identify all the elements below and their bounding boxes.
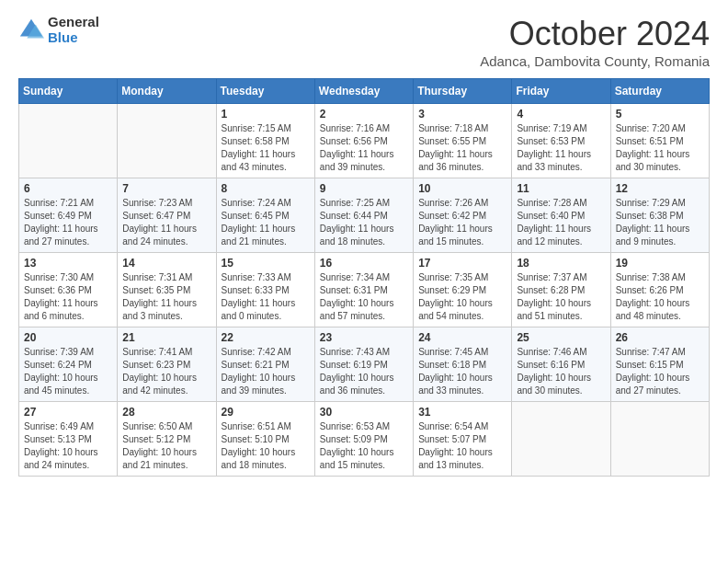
calendar-cell: 9Sunrise: 7:25 AMSunset: 6:44 PMDaylight… — [314, 178, 413, 253]
calendar-cell — [512, 402, 610, 477]
calendar-cell: 26Sunrise: 7:47 AMSunset: 6:15 PMDayligh… — [610, 327, 709, 402]
day-number: 11 — [517, 182, 605, 195]
day-number: 31 — [418, 406, 506, 419]
cell-info: Sunrise: 6:49 AMSunset: 5:13 PMDaylight:… — [24, 420, 112, 472]
col-header-thursday: Thursday — [414, 79, 512, 104]
calendar-cell: 23Sunrise: 7:43 AMSunset: 6:19 PMDayligh… — [314, 327, 413, 402]
cell-info: Sunrise: 7:39 AMSunset: 6:24 PMDaylight:… — [24, 346, 112, 397]
day-number: 3 — [418, 108, 506, 121]
calendar-table: SundayMondayTuesdayWednesdayThursdayFrid… — [18, 78, 710, 477]
day-number: 17 — [418, 257, 506, 270]
calendar-cell: 18Sunrise: 7:37 AMSunset: 6:28 PMDayligh… — [512, 253, 610, 327]
day-number: 5 — [616, 108, 704, 121]
day-number: 16 — [320, 257, 408, 270]
day-number: 24 — [418, 331, 506, 344]
header-row: SundayMondayTuesdayWednesdayThursdayFrid… — [19, 79, 710, 104]
logo-general: General — [48, 15, 99, 30]
cell-info: Sunrise: 7:21 AMSunset: 6:49 PMDaylight:… — [24, 197, 112, 248]
day-number: 2 — [320, 108, 408, 121]
day-number: 20 — [24, 331, 112, 344]
day-number: 19 — [616, 257, 704, 270]
cell-info: Sunrise: 7:28 AMSunset: 6:40 PMDaylight:… — [517, 197, 605, 248]
cell-info: Sunrise: 7:25 AMSunset: 6:44 PMDaylight:… — [320, 197, 408, 248]
calendar-cell: 7Sunrise: 7:23 AMSunset: 6:47 PMDaylight… — [118, 178, 216, 253]
cell-info: Sunrise: 7:33 AMSunset: 6:33 PMDaylight:… — [222, 271, 310, 323]
day-number: 28 — [122, 406, 210, 419]
cell-info: Sunrise: 7:20 AMSunset: 6:51 PMDaylight:… — [616, 122, 704, 174]
calendar-cell: 19Sunrise: 7:38 AMSunset: 6:26 PMDayligh… — [610, 253, 709, 327]
cell-info: Sunrise: 7:46 AMSunset: 6:16 PMDaylight:… — [517, 346, 605, 397]
col-header-tuesday: Tuesday — [216, 79, 314, 104]
day-number: 14 — [122, 257, 210, 270]
page-header: General Blue October 2024 Adanca, Dambov… — [18, 15, 710, 69]
day-number: 15 — [222, 257, 310, 270]
day-number: 8 — [222, 182, 310, 195]
calendar-cell — [19, 104, 118, 178]
day-number: 30 — [320, 406, 408, 419]
day-number: 25 — [517, 331, 605, 344]
logo-text: General Blue — [48, 15, 99, 45]
calendar-cell: 20Sunrise: 7:39 AMSunset: 6:24 PMDayligh… — [19, 327, 118, 402]
week-row-5: 27Sunrise: 6:49 AMSunset: 5:13 PMDayligh… — [19, 402, 710, 477]
day-number: 26 — [616, 331, 704, 344]
day-number: 1 — [222, 108, 310, 121]
cell-info: Sunrise: 7:29 AMSunset: 6:38 PMDaylight:… — [616, 197, 704, 248]
cell-info: Sunrise: 7:31 AMSunset: 6:35 PMDaylight:… — [122, 271, 210, 323]
day-number: 9 — [320, 182, 408, 195]
calendar-cell: 1Sunrise: 7:15 AMSunset: 6:58 PMDaylight… — [216, 104, 314, 178]
logo-icon — [18, 17, 44, 43]
cell-info: Sunrise: 7:41 AMSunset: 6:23 PMDaylight:… — [122, 346, 210, 397]
cell-info: Sunrise: 7:38 AMSunset: 6:26 PMDaylight:… — [616, 271, 704, 323]
cell-info: Sunrise: 7:30 AMSunset: 6:36 PMDaylight:… — [24, 271, 112, 323]
cell-info: Sunrise: 6:51 AMSunset: 5:10 PMDaylight:… — [222, 420, 310, 472]
calendar-cell: 8Sunrise: 7:24 AMSunset: 6:45 PMDaylight… — [216, 178, 314, 253]
calendar-cell: 16Sunrise: 7:34 AMSunset: 6:31 PMDayligh… — [314, 253, 413, 327]
calendar-cell: 30Sunrise: 6:53 AMSunset: 5:09 PMDayligh… — [314, 402, 413, 477]
calendar-cell — [118, 104, 216, 178]
cell-info: Sunrise: 6:54 AMSunset: 5:07 PMDaylight:… — [418, 420, 506, 472]
title-block: October 2024 Adanca, Dambovita County, R… — [480, 15, 710, 69]
col-header-sunday: Sunday — [19, 79, 118, 104]
cell-info: Sunrise: 7:35 AMSunset: 6:29 PMDaylight:… — [418, 271, 506, 323]
day-number: 18 — [517, 257, 605, 270]
cell-info: Sunrise: 7:16 AMSunset: 6:56 PMDaylight:… — [320, 122, 408, 174]
cell-info: Sunrise: 7:23 AMSunset: 6:47 PMDaylight:… — [122, 197, 210, 248]
calendar-cell: 29Sunrise: 6:51 AMSunset: 5:10 PMDayligh… — [216, 402, 314, 477]
cell-info: Sunrise: 7:19 AMSunset: 6:53 PMDaylight:… — [517, 122, 605, 174]
calendar-cell: 12Sunrise: 7:29 AMSunset: 6:38 PMDayligh… — [610, 178, 709, 253]
cell-info: Sunrise: 6:50 AMSunset: 5:12 PMDaylight:… — [122, 420, 210, 472]
calendar-cell: 21Sunrise: 7:41 AMSunset: 6:23 PMDayligh… — [118, 327, 216, 402]
calendar-cell: 28Sunrise: 6:50 AMSunset: 5:12 PMDayligh… — [118, 402, 216, 477]
cell-info: Sunrise: 7:18 AMSunset: 6:55 PMDaylight:… — [418, 122, 506, 174]
calendar-cell: 3Sunrise: 7:18 AMSunset: 6:55 PMDaylight… — [414, 104, 512, 178]
day-number: 13 — [24, 257, 112, 270]
cell-info: Sunrise: 7:15 AMSunset: 6:58 PMDaylight:… — [222, 122, 310, 174]
calendar-cell: 31Sunrise: 6:54 AMSunset: 5:07 PMDayligh… — [414, 402, 512, 477]
day-number: 10 — [418, 182, 506, 195]
col-header-monday: Monday — [118, 79, 216, 104]
calendar-cell: 14Sunrise: 7:31 AMSunset: 6:35 PMDayligh… — [118, 253, 216, 327]
day-number: 23 — [320, 331, 408, 344]
calendar-cell: 13Sunrise: 7:30 AMSunset: 6:36 PMDayligh… — [19, 253, 118, 327]
cell-info: Sunrise: 7:24 AMSunset: 6:45 PMDaylight:… — [222, 197, 310, 248]
calendar-cell: 27Sunrise: 6:49 AMSunset: 5:13 PMDayligh… — [19, 402, 118, 477]
col-header-wednesday: Wednesday — [314, 79, 413, 104]
title-location: Adanca, Dambovita County, Romania — [480, 53, 710, 69]
cell-info: Sunrise: 7:43 AMSunset: 6:19 PMDaylight:… — [320, 346, 408, 397]
day-number: 4 — [517, 108, 605, 121]
day-number: 12 — [616, 182, 704, 195]
week-row-1: 1Sunrise: 7:15 AMSunset: 6:58 PMDaylight… — [19, 104, 710, 178]
calendar-cell: 17Sunrise: 7:35 AMSunset: 6:29 PMDayligh… — [414, 253, 512, 327]
calendar-cell: 4Sunrise: 7:19 AMSunset: 6:53 PMDaylight… — [512, 104, 610, 178]
day-number: 22 — [222, 331, 310, 344]
cell-info: Sunrise: 7:42 AMSunset: 6:21 PMDaylight:… — [222, 346, 310, 397]
logo: General Blue — [18, 15, 99, 45]
cell-info: Sunrise: 6:53 AMSunset: 5:09 PMDaylight:… — [320, 420, 408, 472]
title-month: October 2024 — [480, 15, 710, 53]
col-header-friday: Friday — [512, 79, 610, 104]
cell-info: Sunrise: 7:47 AMSunset: 6:15 PMDaylight:… — [616, 346, 704, 397]
week-row-3: 13Sunrise: 7:30 AMSunset: 6:36 PMDayligh… — [19, 253, 710, 327]
calendar-cell — [610, 402, 709, 477]
calendar-cell: 6Sunrise: 7:21 AMSunset: 6:49 PMDaylight… — [19, 178, 118, 253]
day-number: 29 — [222, 406, 310, 419]
